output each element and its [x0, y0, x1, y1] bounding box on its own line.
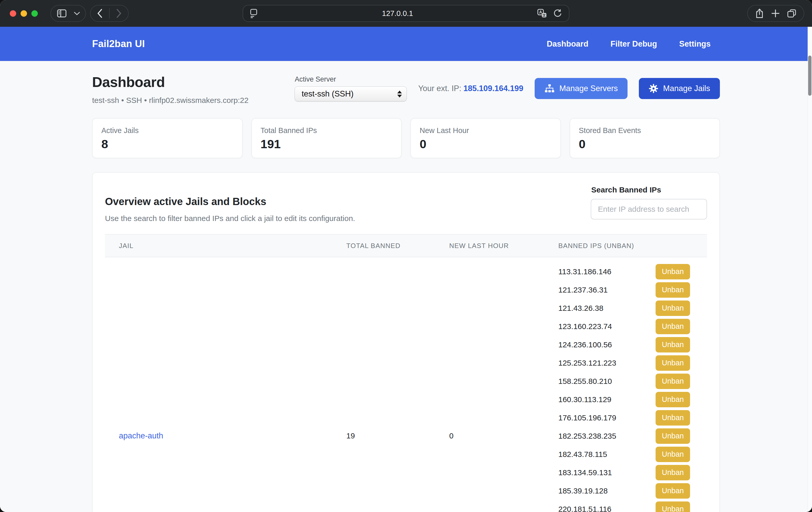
- unban-button[interactable]: Unban: [656, 264, 690, 279]
- banned-ip-row: 123.160.223.74 Unban: [558, 317, 690, 336]
- stat-value: 8: [102, 137, 233, 151]
- unban-button[interactable]: Unban: [656, 502, 690, 512]
- stat-label: New Last Hour: [419, 126, 552, 135]
- toolbar-divider: [109, 8, 110, 19]
- unban-button[interactable]: Unban: [656, 374, 690, 389]
- banned-ip-row: 158.255.80.210 Unban: [558, 372, 690, 390]
- back-button-icon[interactable]: [97, 8, 103, 18]
- unban-button[interactable]: Unban: [656, 465, 690, 480]
- forward-button-icon[interactable]: [116, 8, 122, 18]
- col-new-last-hour: New Last Hour: [435, 242, 544, 250]
- nav-item-filter-debug[interactable]: Filter Debug: [611, 39, 657, 49]
- jail-link[interactable]: apache-auth: [119, 431, 163, 440]
- banned-ip-row: 182.43.78.115 Unban: [558, 445, 690, 463]
- svg-text:文: 文: [542, 13, 546, 17]
- minimize-window-button[interactable]: [21, 10, 27, 17]
- unban-button[interactable]: Unban: [656, 483, 690, 499]
- nav-item-dashboard[interactable]: Dashboard: [547, 39, 588, 49]
- browser-toolbar: 127.0.0.1 A 文: [0, 0, 812, 27]
- close-window-button[interactable]: [10, 10, 16, 17]
- new-tab-icon[interactable]: [771, 9, 780, 18]
- gear-icon: [649, 84, 658, 93]
- sidebar-toggle-icon[interactable]: [57, 9, 67, 18]
- select-stepper-icon: [397, 91, 402, 97]
- toolbar-right-group: [747, 5, 804, 22]
- address-bar[interactable]: 127.0.0.1 A 文: [243, 5, 569, 22]
- external-ip-value: 185.109.164.199: [463, 84, 523, 93]
- banned-ip-address: 158.255.80.210: [558, 377, 612, 386]
- unban-button[interactable]: Unban: [656, 337, 690, 352]
- banned-ip-row: 220.181.51.116 Unban: [558, 500, 690, 512]
- manage-jails-button[interactable]: Manage Jails: [639, 78, 720, 99]
- table-row: apache-auth 19 0 113.31.186.146 Unban 12…: [105, 257, 707, 512]
- banned-ip-address: 220.181.51.116: [558, 505, 611, 512]
- jails-table: Jail Total Banned New Last Hour Banned I…: [105, 234, 707, 512]
- stat-label: Total Banned IPs: [261, 126, 393, 135]
- search-banned-ips-input[interactable]: [591, 199, 707, 220]
- banned-ip-row: 124.236.100.56 Unban: [558, 336, 690, 354]
- col-total-banned: Total Banned: [332, 242, 435, 250]
- banned-ip-address: 176.105.196.179: [558, 414, 616, 422]
- chevron-down-icon[interactable]: [74, 11, 80, 16]
- manage-servers-label: Manage Servers: [559, 84, 618, 93]
- unban-button[interactable]: Unban: [656, 428, 690, 444]
- tab-overview-icon[interactable]: [786, 8, 797, 19]
- banned-ip-address: 160.30.113.129: [558, 395, 611, 404]
- col-jail: Jail: [105, 242, 332, 250]
- stat-value: 191: [261, 137, 393, 151]
- unban-button[interactable]: Unban: [656, 355, 690, 371]
- sidebar-button-group: [51, 5, 86, 22]
- banned-ip-row: 125.253.121.223 Unban: [558, 354, 690, 372]
- stat-card-stored-ban-events: Stored Ban Events 0: [570, 118, 720, 158]
- nav-item-settings[interactable]: Settings: [679, 39, 710, 49]
- unban-button[interactable]: Unban: [656, 301, 690, 316]
- app-brand[interactable]: Fail2ban UI: [92, 38, 145, 49]
- external-ip: Your ext. IP:185.109.164.199: [418, 84, 523, 93]
- translate-icon[interactable]: A 文: [537, 8, 547, 19]
- app-navbar: Fail2ban UI Dashboard Filter Debug Setti…: [0, 27, 812, 61]
- browser-window: 127.0.0.1 A 文: [0, 0, 812, 512]
- manage-servers-button[interactable]: Manage Servers: [534, 78, 628, 99]
- table-header-row: Jail Total Banned New Last Hour Banned I…: [105, 234, 707, 257]
- banned-ip-address: 182.253.238.235: [558, 432, 616, 440]
- active-server-label: Active Server: [295, 76, 407, 83]
- nav-links: Dashboard Filter Debug Settings: [547, 39, 720, 49]
- page-settings-icon[interactable]: [249, 8, 258, 19]
- banned-ip-address: 125.253.121.223: [558, 359, 616, 367]
- unban-button[interactable]: Unban: [656, 319, 690, 334]
- stat-card-new-last-hour: New Last Hour 0: [410, 118, 561, 158]
- external-ip-label: Your ext. IP:: [418, 84, 461, 93]
- page-title: Dashboard: [92, 74, 249, 90]
- reload-icon[interactable]: [553, 8, 563, 18]
- active-server-select[interactable]: test-ssh (SSH): [295, 86, 407, 102]
- overview-description: Use the search to filter banned IPs and …: [105, 214, 355, 223]
- banned-ip-address: 183.134.59.131: [558, 468, 612, 477]
- zoom-window-button[interactable]: [31, 10, 38, 17]
- unban-button[interactable]: Unban: [656, 282, 690, 298]
- banned-ip-row: 183.134.59.131 Unban: [558, 463, 690, 482]
- share-icon[interactable]: [755, 8, 764, 19]
- url-text[interactable]: 127.0.0.1: [258, 9, 537, 18]
- banned-ip-address: 121.237.36.31: [558, 286, 608, 294]
- scrollbar-thumb[interactable]: [808, 56, 811, 96]
- unban-button[interactable]: Unban: [656, 410, 690, 426]
- server-summary: test-ssh • SSH • rlinfp02.swissmakers.co…: [92, 96, 249, 105]
- col-banned-ips: Banned IPs (Unban): [544, 242, 707, 250]
- unban-button[interactable]: Unban: [656, 392, 690, 407]
- total-banned-value: 19: [332, 431, 435, 440]
- stat-card-total-banned: Total Banned IPs 191: [251, 118, 402, 158]
- banned-ip-row: 113.31.186.146 Unban: [558, 262, 690, 281]
- scrollbar-track[interactable]: [808, 27, 812, 512]
- banned-ip-row: 182.253.238.235 Unban: [558, 427, 690, 445]
- svg-text:A: A: [539, 10, 542, 15]
- banned-ip-address: 113.31.186.146: [558, 267, 611, 276]
- banned-ip-address: 182.43.78.115: [558, 450, 607, 459]
- unban-button[interactable]: Unban: [656, 447, 690, 462]
- banned-ip-row: 185.39.19.128 Unban: [558, 482, 690, 500]
- sitemap-icon: [544, 84, 555, 93]
- page-body: Dashboard test-ssh • SSH • rlinfp02.swis…: [0, 61, 812, 512]
- banned-ip-address: 185.39.19.128: [558, 486, 608, 495]
- stat-value: 0: [419, 137, 552, 151]
- new-last-hour-value: 0: [435, 431, 544, 440]
- stat-cards: Active Jails 8 Total Banned IPs 191 New …: [92, 118, 720, 158]
